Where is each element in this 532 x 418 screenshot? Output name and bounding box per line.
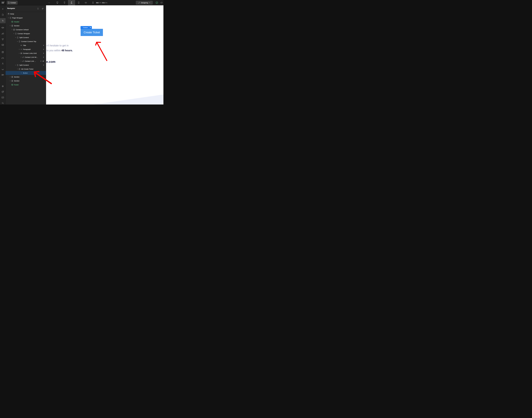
navigator-row-contact-wrapper[interactable]: Contact Wrapper [6,32,46,35]
interaction-bolt-icon[interactable] [43,45,44,46]
navigator-row-section[interactable]: Section [6,79,46,83]
breakpoint-phone-landscape-icon[interactable] [82,0,89,5]
navigator-row-contact-link-wr[interactable]: Contact Link Wr... [6,55,46,59]
users-icon[interactable] [0,61,6,66]
pin-icon[interactable] [42,8,44,10]
navigator-row-contact-link[interactable]: Contact Link ... [6,59,46,63]
help-icon[interactable]: ? [0,89,6,94]
assets-icon[interactable] [0,42,6,47]
div-element-icon [10,17,12,19]
caret-down-icon[interactable] [15,64,16,66]
caret-down-icon[interactable] [11,29,13,31]
navigator-title: Navigator [7,7,15,9]
breakpoint-base-icon[interactable] [68,0,75,5]
navigator-row-page-wrapper[interactable]: Page Wrapper [6,16,46,20]
logic-icon[interactable] [0,56,6,61]
caret-placeholder [18,72,20,74]
caret-right-icon[interactable] [20,60,22,62]
interaction-bolt-icon[interactable] [43,56,44,58]
chevron-down-icon [149,2,150,3]
navigator-row-header[interactable]: Header [6,20,46,24]
navigator-row-label: Ab Create Ticket [21,68,34,70]
interaction-bolt-icon[interactable] [43,48,44,50]
variables-icon[interactable] [0,37,6,42]
caret-right-icon[interactable] [20,56,22,58]
paragraph-line1: n't hesitate to get in [46,44,69,47]
apps-icon[interactable] [0,72,6,78]
pages-icon[interactable] [0,12,6,17]
navigator-row-label: Contact Wrapper [18,33,30,35]
components-icon[interactable] [0,25,6,30]
breakpoint-desktop-icon[interactable] [61,0,68,5]
navigator-row-section[interactable]: Section [6,24,46,28]
caret-down-icon[interactable] [18,52,20,54]
grid-element-icon [20,52,22,54]
design-canvas[interactable]: n't hesitate to get in to you within 48 … [46,5,163,104]
element-settings-button[interactable]: ⚙ [89,26,92,29]
navigator-panel: Navigator BodyPage WrapperHeaderSectionC… [6,5,46,104]
navigator-row-title[interactable]: H1Title [6,43,46,47]
ecommerce-icon[interactable] [0,67,6,72]
mode-dropdown[interactable]: Designing [136,1,153,5]
navigator-row-split-content[interactable]: Split Content [6,63,46,67]
breakpoint-phone-portrait-icon[interactable] [89,0,96,5]
navigator-row-body[interactable]: Body [6,12,46,16]
navigator-row-container-default[interactable]: Container Default [6,28,46,32]
navigator-row-paragraph[interactable]: PParagraph [6,47,46,51]
interaction-bolt-icon[interactable] [43,64,44,66]
caret-down-icon[interactable] [9,25,11,27]
canvas-width-value: 992 [96,2,99,4]
caret-down-icon[interactable] [15,37,16,38]
caret-down-icon[interactable] [17,68,18,70]
navigator-row-label: Contact Link Wr... [25,56,38,58]
mode-label: Designing [141,2,148,4]
collapse-icon[interactable] [37,8,39,10]
navigator-row-ab-create-ticket[interactable]: Ab Create Ticket [6,67,46,71]
paragraph-line2-prefix: to you within [46,49,61,52]
navigator-row-button[interactable]: ☟Button [6,71,46,75]
interaction-bolt-icon[interactable] [43,52,44,54]
search-icon[interactable] [0,101,6,104]
page-selector[interactable]: Contact [7,1,18,5]
libraries-icon[interactable] [0,31,6,36]
navigator-row-footer[interactable]: Footer [6,83,46,87]
caret-right-icon[interactable] [9,76,11,78]
settings-icon[interactable]: ⚙ [0,84,6,89]
canvas-size-readout[interactable]: 992 PX 99.4 % [96,0,107,5]
code-export-icon[interactable] [159,0,163,5]
canvas-zoom-unit: % [106,2,107,4]
div-element-icon [17,64,19,66]
hidden-eye-icon[interactable] [42,60,44,62]
add-element-icon[interactable] [0,6,6,12]
navigator-row-label: Footer [14,84,19,86]
section-element-icon [11,76,13,78]
caret-down-icon[interactable] [8,17,9,19]
selected-element-badge[interactable]: ☟ Button ⚙ [81,26,92,29]
navigator-row-label: Contact Content Top [21,41,36,42]
webflow-logo[interactable]: W [1,1,5,4]
navigator-row-contact-content-top[interactable]: Contact Content Top [6,39,46,43]
interaction-bolt-icon[interactable] [40,60,42,62]
selected-element-badge-label-segment[interactable]: ☟ Button [81,26,89,29]
cms-icon[interactable] [0,50,6,55]
navigator-row-label: Button [23,72,28,74]
breakpoint-tablet-icon[interactable] [75,0,82,5]
navigator-row-contact-links-grid[interactable]: Contact Links Grid [6,51,46,55]
publish-check-icon[interactable] [154,0,159,5]
ellipsis-icon[interactable]: ⋯ [47,0,51,5]
body-element-icon [8,13,10,15]
linkblock-element-icon [19,68,20,70]
audit-icon[interactable] [0,95,6,100]
cube-element-icon [11,21,13,23]
navigator-row-split-content[interactable]: Split Content [6,35,46,39]
div-element-icon [19,41,20,42]
navigator-row-section[interactable]: Section [6,75,46,79]
paragraph-line2-period: . [72,49,73,52]
caret-right-icon[interactable] [18,48,20,50]
breakpoint-desktop-large-icon[interactable] [54,0,61,5]
navigator-icon[interactable] [0,18,6,23]
caret-down-icon[interactable] [13,33,15,35]
caret-right-icon[interactable] [9,80,11,82]
caret-down-icon[interactable] [17,41,18,42]
create-ticket-button[interactable]: Create Ticket [81,29,103,36]
